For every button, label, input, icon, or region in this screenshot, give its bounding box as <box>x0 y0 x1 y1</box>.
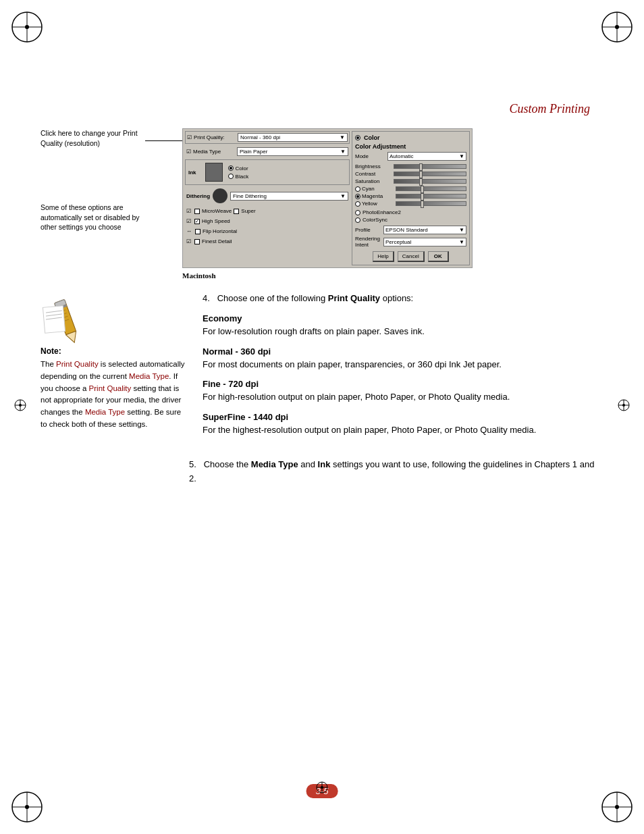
rendering-label: Rendering Intent <box>355 236 382 248</box>
note-media-type2: Media Type <box>85 408 125 416</box>
dialog-right-panel: Color Color Adjustment Mode Automatic ▼ <box>352 131 470 265</box>
flip-h-checkbox[interactable] <box>195 229 200 234</box>
dithering-row: Dithering Fine Dithering ▼ <box>185 187 350 205</box>
dithering-icon <box>213 188 227 203</box>
color-sync-radio[interactable] <box>355 217 360 223</box>
profile-row: Profile EPSON Standard ▼ <box>355 226 466 234</box>
dialog-left-panel: ☑ Print Quality: Normal - 360 dpi ▼ ☑ Me… <box>185 131 350 265</box>
note-column: Note: The Print Quality is selected auto… <box>41 293 189 444</box>
crosshair-right-mid <box>617 398 630 415</box>
color-radio-button[interactable] <box>228 165 234 171</box>
ink-radio-group: Color Black <box>228 165 249 180</box>
cyan-label: Cyan <box>362 186 394 192</box>
magenta-row: Magenta <box>355 193 466 199</box>
finest-detail-checkbox[interactable] <box>194 239 200 244</box>
contrast-slider[interactable] <box>394 172 466 176</box>
normal-desc: For most documents on plain paper, trans… <box>203 358 603 371</box>
dithering-select[interactable]: Fine Dithering ▼ <box>230 192 348 201</box>
color-label: Color <box>236 165 248 172</box>
contrast-label: Contrast <box>355 171 392 177</box>
ok-button[interactable]: OK <box>428 251 449 262</box>
color-radio: Color <box>228 165 249 172</box>
high-speed-checkbox[interactable]: ✓ <box>194 219 200 224</box>
color-sync-row: ColorSync <box>355 217 466 223</box>
print-quality-icon: ☑ <box>187 134 192 140</box>
magenta-slider[interactable] <box>396 194 466 199</box>
normal-option: Normal - 360 dpi For most documents on p… <box>203 346 603 371</box>
svg-point-3 <box>25 25 29 29</box>
economy-title: Economy <box>203 313 603 323</box>
fine-option: Fine - 720 dpi For high-resolution outpu… <box>203 379 603 404</box>
profile-select[interactable]: EPSON Standard ▼ <box>383 226 466 234</box>
dialog-buttons: Help Cancel OK <box>355 251 466 262</box>
media-type-input[interactable]: Plain Paper ▼ <box>237 147 348 156</box>
corner-decoration-bl <box>7 787 47 827</box>
microweave-checkbox[interactable] <box>194 209 200 214</box>
black-label: Black <box>236 174 249 180</box>
dithering-label: Dithering <box>186 193 210 199</box>
high-speed-row: ☑ ✓ High Speed <box>185 217 350 226</box>
photo-enhance-label: PhotoEnhance2 <box>363 209 401 215</box>
contrast-row: Contrast <box>355 171 466 177</box>
finest-detail-label: Finest Detail <box>202 238 232 244</box>
finest-icon: ☑ <box>186 238 191 244</box>
print-quality-input[interactable]: Normal - 360 dpi ▼ <box>238 133 348 142</box>
color-radio-right[interactable] <box>355 135 360 140</box>
black-radio: Black <box>228 174 249 180</box>
annotation-2: Some of these options are automatically … <box>41 203 145 232</box>
rendering-select[interactable]: Perceptual ▼ <box>383 238 466 246</box>
svg-point-7 <box>615 25 619 29</box>
svg-point-11 <box>25 805 29 809</box>
note-label: Note: <box>41 346 189 356</box>
brightness-slider[interactable] <box>394 164 466 169</box>
high-speed-label: High Speed <box>202 218 230 224</box>
svg-point-39 <box>622 404 625 407</box>
rendering-row: Rendering Intent Perceptual ▼ <box>355 236 466 248</box>
magenta-radio[interactable] <box>355 194 360 199</box>
yellow-slider[interactable] <box>396 201 466 206</box>
yellow-radio[interactable] <box>355 201 360 207</box>
mode-select[interactable]: Automatic ▼ <box>387 152 466 161</box>
saturation-slider[interactable] <box>394 179 466 184</box>
ink-icon <box>205 163 223 182</box>
superfine-option: SuperFine - 1440 dpi For the highest-res… <box>203 412 603 437</box>
cyan-row: Cyan <box>355 186 466 192</box>
superfine-title: SuperFine - 1440 dpi <box>203 412 603 422</box>
microweave-row: ☑ MicroWeave Super <box>185 207 350 215</box>
color-title-right: Color <box>364 134 380 141</box>
cyan-slider[interactable] <box>396 186 466 191</box>
screenshot-wrapper: Click here to change your Print Quality … <box>41 128 603 268</box>
svg-point-35 <box>19 404 22 407</box>
mode-row: Mode Automatic ▼ <box>355 152 466 161</box>
photo-enhance-radio[interactable] <box>355 210 360 215</box>
photo-enhance-row: PhotoEnhance2 <box>355 209 466 215</box>
ink-label: Ink <box>188 170 196 176</box>
color-radio-top: Color <box>355 134 466 141</box>
step4-intro: 4. Choose one of the following Print Qua… <box>203 293 603 303</box>
profile-label: Profile <box>355 227 382 233</box>
step5-section: 5. Choose the Media Type and Ink setting… <box>189 458 603 486</box>
economy-option: Economy For low-resolution rough drafts … <box>203 313 603 338</box>
cyan-radio[interactable] <box>355 186 360 192</box>
crosshair-bottom-center <box>315 781 329 797</box>
note-pq-setting: Print Quality <box>89 384 132 392</box>
media-type-label: Media Type <box>193 149 237 155</box>
super-label: Super <box>241 208 255 214</box>
note-print-quality: Print Quality <box>56 360 99 368</box>
pencil-icon <box>41 293 88 344</box>
corner-decoration-tl <box>7 7 47 47</box>
microweave-icon: ☑ <box>186 208 191 214</box>
flip-h-label: Flip Horizontal <box>203 228 237 234</box>
help-button[interactable]: Help <box>373 251 394 262</box>
fine-desc: For high-resolution output on plain pape… <box>203 390 603 404</box>
flip-h-icon: ↔ <box>186 228 192 234</box>
super-checkbox[interactable] <box>234 209 239 214</box>
economy-desc: For low-resolution rough drafts on plain… <box>203 325 603 338</box>
color-sync-label: ColorSync <box>363 217 387 223</box>
yellow-row: Yellow <box>355 201 466 207</box>
print-quality-label: Print Quality: <box>194 134 238 140</box>
corner-decoration-br <box>597 787 637 827</box>
crosshair-left-mid <box>14 398 27 415</box>
cancel-button[interactable]: Cancel <box>398 251 425 262</box>
black-radio-button[interactable] <box>228 174 234 179</box>
